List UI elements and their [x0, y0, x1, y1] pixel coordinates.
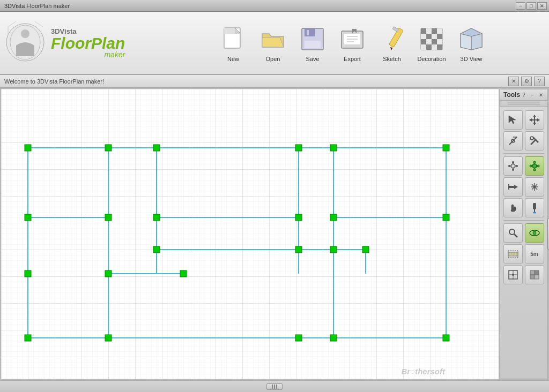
3dview-label: 3D View — [461, 56, 483, 62]
status-right: ✕ ⚙ ? — [508, 77, 545, 86]
scale-tool-button[interactable]: 5m — [525, 244, 544, 263]
svg-point-108 — [530, 165, 532, 167]
close-button[interactable]: ✕ — [537, 2, 547, 10]
save-icon — [297, 24, 328, 55]
svg-point-106 — [533, 161, 536, 163]
nodes-tool-button[interactable] — [503, 156, 523, 176]
wrench-tool-button[interactable] — [525, 131, 544, 150]
svg-point-105 — [532, 164, 537, 168]
svg-point-97 — [512, 161, 514, 163]
horizontal-scroll-handle[interactable] — [266, 383, 283, 390]
ruler-tool-button[interactable] — [503, 244, 523, 263]
svg-rect-72 — [330, 246, 337, 253]
svg-marker-40 — [471, 34, 482, 50]
logo-text: 3DVista FloorPlan maker — [51, 27, 125, 59]
svg-point-2 — [21, 29, 29, 38]
header: 3DVista FloorPlan maker New — [0, 12, 549, 75]
paint-tool-button[interactable] — [525, 198, 544, 217]
svg-rect-33 — [437, 39, 442, 44]
svg-rect-63 — [443, 145, 449, 151]
svg-rect-58 — [25, 145, 31, 151]
new-button[interactable]: New — [214, 21, 252, 64]
tools-grid: 5m — [500, 107, 547, 288]
svg-rect-22 — [421, 28, 426, 34]
svg-rect-66 — [153, 214, 160, 221]
push-tool-button[interactable] — [503, 177, 523, 197]
product-sub: maker — [51, 50, 125, 59]
svg-rect-145 — [535, 270, 539, 275]
svg-rect-61 — [295, 145, 302, 151]
logo-area: 3DVista FloorPlan maker — [0, 11, 145, 74]
svg-marker-87 — [533, 123, 536, 125]
svg-marker-41 — [461, 34, 471, 50]
svg-rect-79 — [330, 335, 337, 341]
grid-tool-button[interactable] — [503, 265, 523, 284]
maximize-button[interactable]: □ — [526, 2, 536, 10]
svg-rect-62 — [330, 145, 337, 151]
close-status-button[interactable]: ✕ — [508, 77, 519, 86]
svg-rect-43 — [1, 89, 499, 379]
node-edit-tool-button[interactable] — [525, 156, 544, 176]
view-tool-button[interactable] — [525, 223, 544, 243]
tools-help-button[interactable]: ? — [520, 91, 528, 99]
3dview-button[interactable]: 3D View — [452, 21, 490, 64]
open-button[interactable]: Open — [254, 21, 292, 64]
open-icon — [257, 24, 288, 55]
grid-svg — [1, 89, 499, 379]
3dview-icon — [456, 24, 487, 55]
svg-rect-37 — [437, 44, 442, 50]
svg-rect-23 — [426, 28, 432, 34]
svg-line-3 — [8, 21, 16, 27]
svg-rect-24 — [432, 28, 437, 34]
svg-point-129 — [533, 231, 536, 235]
decoration-button[interactable]: Decoration — [413, 21, 450, 64]
svg-rect-9 — [307, 30, 309, 35]
layers-tool-button[interactable] — [525, 265, 544, 284]
svg-rect-29 — [437, 34, 442, 39]
export-icon — [337, 24, 368, 55]
svg-rect-36 — [432, 44, 437, 50]
sketch-button[interactable]: Sketch — [373, 21, 411, 64]
tools-minimize-button[interactable]: − — [529, 91, 536, 99]
move-tool-button[interactable] — [525, 110, 544, 130]
svg-rect-60 — [153, 145, 160, 151]
minimize-button[interactable]: − — [516, 2, 525, 10]
status-bar: Welcome to 3DVista FloorPlan maker! ✕ ⚙ … — [0, 75, 549, 88]
select-tool-button[interactable] — [503, 110, 523, 130]
tools-divider-1 — [503, 153, 544, 154]
app-logo-icon — [5, 19, 48, 67]
svg-rect-19 — [392, 27, 398, 32]
split-tool-button[interactable] — [503, 131, 523, 150]
svg-point-143 — [512, 274, 514, 276]
main-content: Br○thersoft Tools ? − ✕ — [0, 88, 549, 380]
svg-line-127 — [514, 234, 517, 237]
toolbar: New Open Save — [145, 12, 549, 74]
settings-button[interactable]: ⚙ — [521, 77, 532, 86]
svg-rect-64 — [25, 214, 31, 221]
spread-tool-button[interactable] — [525, 177, 544, 197]
svg-rect-68 — [330, 214, 337, 221]
svg-rect-78 — [295, 335, 302, 341]
svg-rect-70 — [153, 246, 160, 253]
svg-marker-86 — [533, 115, 536, 117]
svg-rect-59 — [105, 145, 112, 151]
svg-point-109 — [537, 165, 539, 167]
canvas-area[interactable]: Br○thersoft — [1, 89, 499, 379]
svg-marker-111 — [514, 185, 518, 189]
export-button[interactable]: Export — [333, 21, 371, 64]
svg-point-107 — [533, 169, 536, 171]
tools-title: Tools — [503, 91, 520, 99]
tools-divider-2 — [503, 220, 544, 221]
tools-close-button[interactable]: ✕ — [537, 91, 545, 99]
svg-marker-88 — [529, 118, 532, 122]
svg-rect-77 — [105, 335, 112, 341]
svg-rect-28 — [432, 34, 437, 39]
save-button[interactable]: Save — [294, 21, 331, 64]
scroll-line-1 — [272, 385, 273, 389]
svg-marker-89 — [537, 118, 540, 122]
measure-tool-button[interactable] — [503, 223, 523, 243]
help-button[interactable]: ? — [534, 77, 545, 86]
new-label: New — [227, 56, 239, 62]
svg-rect-75 — [180, 270, 187, 277]
hand-tool-button[interactable] — [503, 198, 523, 217]
